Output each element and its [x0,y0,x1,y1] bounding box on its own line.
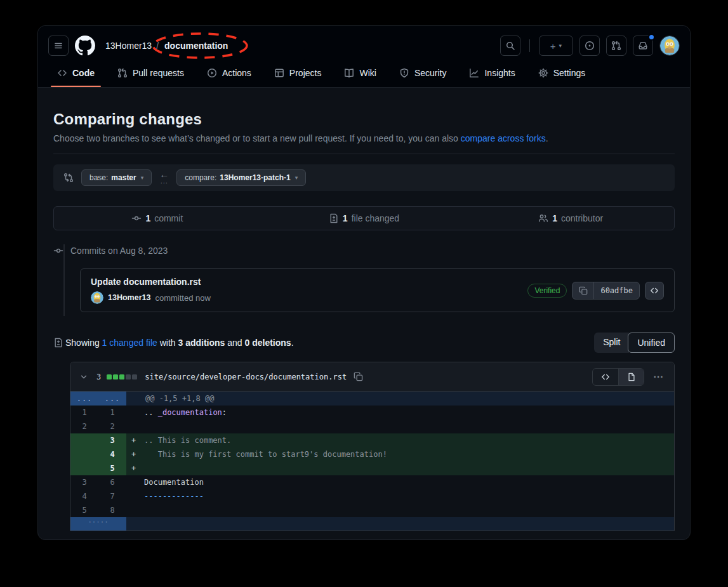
diff-line-context: 2 2 [70,419,674,433]
divider [53,154,675,154]
diff-file-card: 3 site/source/developer-docs/documentati… [70,362,675,531]
notification-badge-dot [648,34,655,41]
stat-contributors[interactable]: 1contributor [467,207,674,230]
breadcrumb-separator: / [156,41,159,51]
breadcrumb: 13Homer13 / documentation [105,38,229,53]
tab-projects[interactable]: Projects [270,63,326,87]
avatar-image [91,291,103,304]
compare-range-indicator: ← ... [159,171,169,185]
page-subtitle: Choose two branches to see what’s change… [53,133,675,143]
branch-compare-bar: base:master ▾ ← ... compare:13Homer13-pa… [53,164,675,191]
tab-wiki[interactable]: Wiki [340,63,380,87]
people-icon [538,213,548,223]
repo-nav-tabs: Code Pull requests Actions Projects [48,63,680,87]
compare-branch-selector[interactable]: compare:13Homer13-patch-1 ▾ [176,169,306,186]
commit-sha-link[interactable]: 60adfbe [594,282,639,299]
copy-icon [579,286,588,295]
tab-security[interactable]: Security [395,63,451,87]
source-view-button[interactable] [593,369,618,385]
create-new-button[interactable]: + ▾ [539,36,573,56]
diff-summary-row: Showing 1 changed file with 3 additions … [53,333,675,353]
commit-time: committed now [155,293,210,303]
diff-line-context: 5 8 [70,503,674,517]
browse-code-button[interactable] [645,282,664,300]
file-path[interactable]: site/source/developer-docs/documentation… [145,373,347,381]
pull-requests-button[interactable] [606,36,626,56]
diff-view-toggle: Split Unified [594,333,675,353]
diff-line-added: 5 + [70,461,674,475]
git-compare-icon [63,173,74,183]
tab-settings[interactable]: Settings [534,63,590,87]
file-changes-count: 3 [96,373,101,381]
code-icon [57,68,67,78]
commit-card: Update documentation.rst 13Homer13 commi… [80,268,675,312]
diff-line-context: 4 7 ------------- [70,489,674,503]
file-options-button[interactable]: ⋯ [649,371,668,383]
github-window: 13Homer13 / documentation + ▾ [37,25,691,540]
hunk-header-row[interactable]: ...... @@ -1,5 +1,8 @@ [70,392,674,406]
hamburger-icon [53,41,63,51]
base-branch-selector[interactable]: base:master ▾ [81,169,152,186]
gear-icon [538,68,548,78]
page-title: Comparing changes [53,110,675,128]
rich-view-button[interactable] [618,369,644,385]
chevron-down-icon: ▾ [559,43,562,49]
commit-icon [131,213,142,223]
stat-files-changed[interactable]: 1file changed [261,207,468,230]
author-avatar[interactable] [91,291,103,304]
graph-icon [469,68,479,78]
breadcrumb-owner[interactable]: 13Homer13 [105,41,152,51]
code-icon [601,373,610,381]
main-content: Comparing changes Choose two branches to… [38,88,690,534]
issues-button[interactable] [579,36,600,56]
changed-file-link[interactable]: 1 changed file [102,338,157,348]
commits-section: Commits on Aug 8, 2023 Update documentat… [53,243,675,316]
commit-author-link[interactable]: 13Homer13 [108,293,150,302]
github-logo-icon[interactable] [75,36,95,56]
copy-path-button[interactable] [354,372,363,381]
chevron-down-icon [79,373,88,381]
file-icon [627,373,636,381]
shield-icon [399,68,409,78]
copy-icon [354,372,363,381]
commits-date-header: Commits on Aug 8, 2023 [70,246,168,256]
pull-request-icon [611,41,621,51]
notifications-button[interactable] [633,36,653,56]
split-view-button[interactable]: Split [594,333,629,353]
inbox-icon [638,41,648,51]
tab-pull-requests[interactable]: Pull requests [114,63,188,87]
tab-code[interactable]: Code [53,63,98,87]
tab-insights[interactable]: Insights [465,63,519,87]
issue-opened-icon [585,41,595,51]
diff-line-added: 4 + This is my first commit to start9's … [70,447,674,461]
verified-badge[interactable]: Verified [527,284,567,298]
user-avatar[interactable] [659,36,680,56]
copy-sha-button[interactable] [572,282,594,299]
unified-view-button[interactable]: Unified [628,333,675,353]
plus-icon: + [550,41,556,51]
diff-summary-text: Showing 1 changed file with 3 additions … [53,338,294,348]
compare-stats-bar: 1commit 1file changed 1contributor [53,206,675,230]
search-button[interactable] [500,36,520,56]
commit-sha-group: 60adfbe [572,282,640,300]
book-icon [344,68,354,78]
diff-body: ...... @@ -1,5 +1,8 @@ 1 1 .. _documenta… [70,392,674,531]
commit-icon [53,243,63,258]
file-diff-icon [53,338,63,348]
breadcrumb-repo[interactable]: documentation [163,38,229,53]
chevron-down-icon: ▾ [141,175,144,181]
avatar-image [660,36,679,55]
hamburger-menu-button[interactable] [48,36,69,56]
play-circle-icon [207,68,217,78]
stat-commits[interactable]: 1commit [54,207,261,230]
search-icon [505,41,515,51]
pull-request-icon [117,68,128,78]
diff-line-context: 3 6 Documentation [70,475,674,489]
app-header: 13Homer13 / documentation + ▾ [38,26,690,88]
compare-across-forks-link[interactable]: compare across forks [461,133,546,143]
commit-title-link[interactable]: Update documentation.rst [91,277,211,287]
collapse-file-button[interactable] [77,370,91,384]
diff-line-context: 1 1 .. _documentation: [70,406,674,419]
tab-actions[interactable]: Actions [203,63,255,87]
hunk-header-row-partial[interactable]: ····· [70,517,674,531]
